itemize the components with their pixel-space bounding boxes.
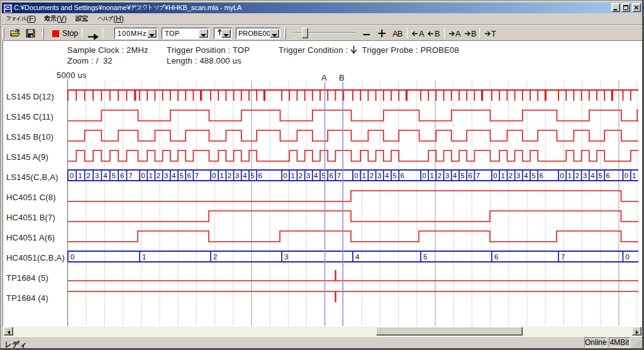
svg-text:0: 0 <box>493 172 497 179</box>
svg-text:1: 1 <box>362 172 365 179</box>
svg-text:6: 6 <box>329 172 333 179</box>
svg-text:2: 2 <box>86 172 90 179</box>
svg-text:4: 4 <box>103 172 108 179</box>
svg-text:6: 6 <box>468 172 472 179</box>
svg-text:1: 1 <box>78 172 82 179</box>
svg-text:3: 3 <box>164 172 168 179</box>
svg-text:0: 0 <box>70 172 74 179</box>
svg-text:1: 1 <box>291 172 294 179</box>
svg-text:4: 4 <box>355 253 360 261</box>
svg-text:6: 6 <box>494 253 498 261</box>
svg-text:3: 3 <box>306 172 310 179</box>
svg-text:6: 6 <box>400 172 404 179</box>
svg-text:0: 0 <box>141 172 145 179</box>
svg-text:3: 3 <box>284 253 288 261</box>
svg-text:5: 5 <box>423 253 427 261</box>
svg-text:0: 0 <box>625 172 628 179</box>
svg-text:3: 3 <box>516 172 520 179</box>
svg-text:2: 2 <box>213 253 217 261</box>
svg-text:5: 5 <box>392 172 396 179</box>
svg-text:6: 6 <box>606 172 609 179</box>
svg-text:1: 1 <box>632 172 636 179</box>
svg-text:6: 6 <box>258 172 262 179</box>
svg-text:1: 1 <box>501 172 504 179</box>
svg-text:6: 6 <box>120 172 124 179</box>
svg-text:7: 7 <box>128 172 132 179</box>
svg-text:3: 3 <box>95 172 99 179</box>
svg-text:2: 2 <box>438 172 441 179</box>
svg-text:5: 5 <box>250 172 254 179</box>
svg-text:5: 5 <box>531 172 535 179</box>
svg-text:0: 0 <box>283 172 287 179</box>
svg-text:4: 4 <box>453 172 457 179</box>
svg-text:3: 3 <box>235 172 239 179</box>
svg-text:2: 2 <box>157 172 160 179</box>
svg-text:4: 4 <box>524 172 528 179</box>
svg-text:3: 3 <box>377 172 381 179</box>
svg-text:4: 4 <box>385 172 389 179</box>
svg-text:7: 7 <box>195 172 199 179</box>
svg-text:3: 3 <box>583 172 587 179</box>
svg-text:0: 0 <box>212 172 216 179</box>
svg-text:1: 1 <box>219 172 223 179</box>
svg-text:5: 5 <box>179 172 183 179</box>
svg-text:2: 2 <box>575 172 579 179</box>
svg-text:5: 5 <box>460 172 464 179</box>
svg-text:5: 5 <box>112 172 116 179</box>
svg-text:4: 4 <box>243 172 247 179</box>
svg-text:5: 5 <box>598 172 602 179</box>
svg-text:1: 1 <box>567 172 571 179</box>
svg-text:7: 7 <box>561 253 565 261</box>
svg-text:1: 1 <box>148 172 152 179</box>
svg-text:2: 2 <box>299 172 303 179</box>
svg-text:1: 1 <box>430 172 433 179</box>
svg-text:4: 4 <box>172 172 176 179</box>
svg-text:0: 0 <box>422 172 426 179</box>
svg-text:2: 2 <box>228 172 231 179</box>
svg-text:7: 7 <box>337 172 341 179</box>
svg-text:1: 1 <box>142 253 146 261</box>
svg-text:6: 6 <box>187 172 191 179</box>
svg-text:2: 2 <box>370 172 374 179</box>
svg-text:0: 0 <box>70 253 74 261</box>
svg-text:4: 4 <box>591 172 595 179</box>
svg-text:0: 0 <box>354 172 358 179</box>
svg-text:7: 7 <box>476 172 480 179</box>
svg-text:0: 0 <box>560 172 564 179</box>
svg-text:0: 0 <box>626 253 630 261</box>
svg-text:3: 3 <box>445 172 449 179</box>
svg-text:6: 6 <box>539 172 543 179</box>
svg-text:2: 2 <box>509 172 513 179</box>
svg-text:4: 4 <box>314 172 318 179</box>
